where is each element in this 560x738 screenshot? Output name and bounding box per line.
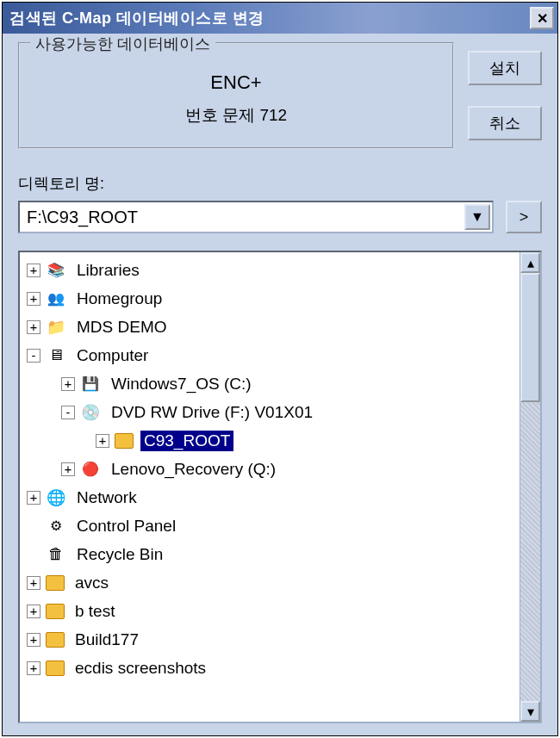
tree-node-label[interactable]: Control Panel: [73, 516, 179, 536]
tree-row[interactable]: -Computer: [20, 341, 520, 369]
expander-minus-icon[interactable]: -: [27, 349, 40, 363]
panel-icon: [46, 517, 66, 536]
chevron-up-icon: ▴: [527, 255, 534, 271]
expander-plus-icon[interactable]: +: [27, 264, 40, 277]
recovery-icon: [80, 460, 101, 479]
expander-blank: [27, 519, 40, 533]
tree-row[interactable]: +MDS DEMO: [20, 313, 520, 341]
tree-node-label[interactable]: MDS DEMO: [73, 317, 171, 338]
tree-row[interactable]: +avcs: [20, 568, 520, 597]
tree-node-label[interactable]: Computer: [73, 345, 152, 366]
path-input[interactable]: [20, 208, 464, 227]
tree-row[interactable]: +ecdis screenshots: [20, 654, 520, 682]
tree-row[interactable]: +C93_ROOT: [20, 426, 520, 455]
tree-node-label[interactable]: Libraries: [73, 260, 143, 281]
cancel-button[interactable]: 취소: [468, 106, 542, 140]
folder-icon: [46, 575, 65, 591]
tree-row[interactable]: +Libraries: [20, 256, 520, 284]
scroll-thumb[interactable]: [520, 273, 540, 402]
dialog-content: 사용가능한 데이터베이스 ENC+ 번호 문제 712 설치 취소 디렉토리 명…: [3, 34, 557, 735]
path-row: ▼ >: [18, 201, 542, 233]
expander-plus-icon[interactable]: +: [27, 576, 40, 590]
vertical-scrollbar[interactable]: ▴ ▾: [520, 252, 540, 722]
tree-node-label[interactable]: C93_ROOT: [140, 431, 233, 451]
drive-icon: [80, 375, 101, 394]
tree-row[interactable]: +Build177: [20, 625, 520, 654]
tree-row[interactable]: -DVD RW Drive (F:) V01X01: [20, 398, 520, 426]
expander-plus-icon[interactable]: +: [27, 320, 40, 334]
directory-tree[interactable]: +Libraries+Homegroup+MDS DEMO-Computer+W…: [20, 252, 520, 722]
expander-plus-icon[interactable]: +: [27, 633, 40, 647]
tree-node-label[interactable]: ecdis screenshots: [72, 658, 209, 679]
tree-row[interactable]: +b test: [20, 597, 520, 625]
dvd-icon: [80, 403, 101, 422]
window-title: 검색된 C-Map 데이터베이스로 변경: [9, 8, 264, 28]
globe-icon: [46, 488, 66, 507]
tree-node-label[interactable]: b test: [72, 601, 118, 622]
titlebar: 검색된 C-Map 데이터베이스로 변경 ✕: [3, 3, 557, 34]
tree-row[interactable]: +Windows7_OS (C:): [20, 369, 520, 398]
expander-plus-icon[interactable]: +: [27, 605, 40, 618]
chevron-down-icon: ▼: [470, 209, 484, 225]
expander-plus-icon[interactable]: +: [61, 377, 75, 391]
tree-node-label[interactable]: avcs: [72, 573, 112, 593]
people-icon: [46, 289, 66, 308]
scroll-up-button[interactable]: ▴: [520, 252, 540, 273]
tree-row[interactable]: +Lenovo_Recovery (Q:): [20, 455, 520, 483]
directory-label: 디렉토리 명:: [18, 173, 542, 194]
scroll-down-button[interactable]: ▾: [520, 701, 540, 722]
mds-icon: [46, 318, 66, 337]
go-button[interactable]: >: [506, 201, 542, 233]
top-row: 사용가능한 데이터베이스 ENC+ 번호 문제 712 설치 취소: [18, 42, 542, 149]
db-name: ENC+: [27, 71, 445, 94]
tree-node-label[interactable]: DVD RW Drive (F:) V01X01: [108, 402, 316, 423]
tree-node-label[interactable]: Lenovo_Recovery (Q:): [108, 459, 279, 480]
action-buttons: 설치 취소: [468, 42, 542, 149]
tree-row[interactable]: +Homegroup: [20, 284, 520, 313]
tree-row[interactable]: Control Panel: [20, 512, 520, 540]
recycle-icon: [46, 545, 66, 564]
install-button[interactable]: 설치: [468, 51, 542, 85]
monitor-icon: [46, 346, 66, 365]
expander-minus-icon[interactable]: -: [61, 406, 75, 419]
path-combobox[interactable]: ▼: [18, 201, 494, 233]
tree-node-label[interactable]: Windows7_OS (C:): [108, 374, 255, 394]
tree-node-label[interactable]: Homegroup: [73, 288, 165, 309]
folder-icon: [115, 433, 134, 449]
expander-plus-icon[interactable]: +: [96, 434, 109, 448]
tree-row[interactable]: +Network: [20, 483, 520, 512]
tree-node-label[interactable]: Recycle Bin: [73, 544, 166, 565]
folder-icon: [46, 660, 65, 676]
available-db-groupbox: 사용가능한 데이터베이스 ENC+ 번호 문제 712: [18, 42, 454, 149]
dialog-window: 검색된 C-Map 데이터베이스로 변경 ✕ 사용가능한 데이터베이스 ENC+…: [2, 2, 558, 736]
db-issue: 번호 문제 712: [27, 104, 445, 127]
scroll-track[interactable]: [520, 402, 540, 701]
close-icon: ✕: [537, 10, 548, 27]
combo-dropdown-button[interactable]: ▼: [464, 204, 490, 230]
expander-plus-icon[interactable]: +: [27, 292, 40, 306]
tree-node-label[interactable]: Build177: [72, 629, 142, 650]
lib-icon: [46, 261, 66, 280]
expander-blank: [27, 548, 40, 561]
expander-plus-icon[interactable]: +: [27, 661, 40, 675]
chevron-down-icon: ▾: [527, 704, 534, 720]
folder-icon: [46, 632, 65, 648]
folder-icon: [46, 604, 65, 619]
groupbox-legend: 사용가능한 데이터베이스: [30, 34, 215, 54]
expander-plus-icon[interactable]: +: [27, 491, 40, 505]
close-button[interactable]: ✕: [530, 7, 554, 29]
directory-tree-container: +Libraries+Homegroup+MDS DEMO-Computer+W…: [18, 251, 542, 723]
tree-node-label[interactable]: Network: [73, 487, 140, 508]
expander-plus-icon[interactable]: +: [61, 462, 75, 476]
tree-row[interactable]: Recycle Bin: [20, 540, 520, 568]
